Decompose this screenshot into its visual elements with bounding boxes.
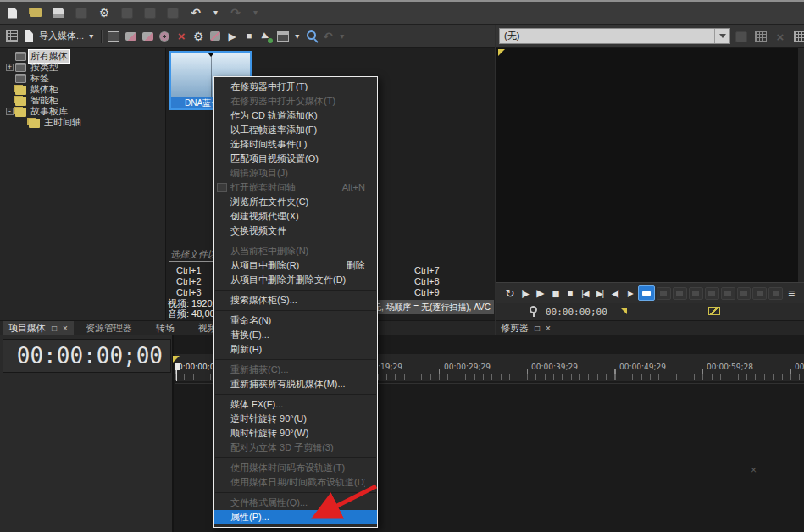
- master-timecode-display[interactable]: 00:00:00;00: [3, 339, 171, 373]
- undo-caret-icon[interactable]: [211, 4, 220, 21]
- play-from-start-icon[interactable]: [518, 285, 533, 301]
- next-frame-icon[interactable]: [623, 285, 638, 301]
- new-project-icon[interactable]: [5, 4, 20, 21]
- tree-item-smart-bins[interactable]: 智能柜: [0, 95, 165, 106]
- menu-pair-stereo-3d-subclip: 配对为立体 3D 子剪辑(3): [214, 441, 377, 455]
- open-project-icon[interactable]: [28, 4, 43, 21]
- restore-window-icon[interactable]: □: [52, 324, 57, 333]
- menu-open-nested-timeline: 打开嵌套时间轴Alt+N: [214, 180, 377, 195]
- nested-timeline-icon: [217, 183, 227, 192]
- close-icon[interactable]: ×: [546, 324, 551, 333]
- playhead-head[interactable]: [175, 363, 180, 370]
- menu-separator: [215, 492, 376, 493]
- menu-remove-from-project[interactable]: 从项目中删除(R)删除: [214, 258, 377, 273]
- menu-remove-from-project-and-delete-label: 从项目中删除并删除文件(D): [230, 273, 365, 287]
- restore-window-icon[interactable]: □: [535, 324, 540, 333]
- import-media-icon[interactable]: [21, 28, 36, 45]
- get-photo-icon[interactable]: [140, 28, 155, 45]
- undo-icon[interactable]: [188, 4, 203, 21]
- media-manager-icon[interactable]: [4, 28, 19, 45]
- trimmer-cursor-marker-icon[interactable]: [620, 308, 627, 314]
- tab-transitions[interactable]: 转场: [144, 321, 186, 335]
- search-media-icon[interactable]: [303, 28, 319, 45]
- tree-expander-icon[interactable]: -: [6, 108, 14, 115]
- tab-explorer[interactable]: 资源管理器: [74, 321, 144, 335]
- stop-preview-icon[interactable]: [241, 28, 257, 45]
- menu-properties[interactable]: 属性(P)...: [214, 510, 377, 524]
- paste-icon: [165, 4, 180, 21]
- menu-search-media-bins[interactable]: 搜索媒体柜(S)...: [214, 293, 377, 308]
- views-icon[interactable]: [275, 28, 291, 45]
- menu-create-video-proxy[interactable]: 创建视频代理(X): [214, 209, 377, 224]
- menu-refresh[interactable]: 刷新(H): [214, 342, 377, 357]
- menu-recapture-all-offline[interactable]: 重新捕获所有脱机媒体(M)...: [214, 377, 377, 391]
- trimmer-transport-bar: [496, 282, 804, 303]
- remove-media-icon[interactable]: [174, 28, 189, 45]
- menu-swap-video-file[interactable]: 交换视频文件: [214, 224, 377, 238]
- pause-icon[interactable]: [547, 285, 563, 301]
- start-preview-icon[interactable]: [225, 28, 240, 45]
- menu-edit-source-project: 编辑源项目(J): [214, 166, 377, 180]
- playhead-marker-icon[interactable]: [173, 356, 180, 363]
- menu-remove-from-current-bin: 从当前柜中删除(N): [214, 244, 377, 258]
- hover-scrub-toggle-icon[interactable]: [638, 285, 655, 301]
- menu-select-timeline-events[interactable]: 选择时间线事件(L): [214, 137, 377, 152]
- menu-rename[interactable]: 重命名(N): [214, 313, 377, 328]
- menu-remove-from-project-shortcut: 删除: [347, 258, 365, 273]
- redo-caret-icon: [251, 4, 260, 21]
- menu-rotate-90-cw-label: 顺时针旋转 90°(W): [230, 426, 365, 441]
- menu-media-fx-label: 媒体 FX(F)...: [230, 397, 365, 412]
- views-caret-icon[interactable]: [292, 28, 302, 45]
- go-to-end-icon[interactable]: [592, 285, 607, 301]
- stop-icon[interactable]: [563, 285, 578, 301]
- trimmer-timecode[interactable]: 00:00:00;00: [546, 307, 607, 318]
- chevron-down-icon[interactable]: [714, 29, 729, 43]
- save-project-icon[interactable]: [51, 4, 66, 21]
- menu-rotate-90-ccw[interactable]: 逆时针旋转 90°(U): [214, 412, 377, 426]
- tree-item-tags[interactable]: 标签: [0, 73, 165, 84]
- menu-match-project-video-settings[interactable]: 匹配项目视频设置(O): [214, 152, 377, 166]
- previous-frame-icon[interactable]: [607, 285, 623, 301]
- right-dock-tabs: 修剪器 □ ×: [496, 320, 804, 335]
- import-media-caret-icon[interactable]: [86, 28, 96, 45]
- tree-item-media-bins[interactable]: 媒体柜: [0, 84, 165, 95]
- media-properties-icon[interactable]: [191, 28, 206, 45]
- play-icon[interactable]: [532, 285, 547, 301]
- preview-frame-icon[interactable]: [106, 28, 121, 45]
- hover-scrub-icon[interactable]: [258, 28, 274, 45]
- media-fx-icon[interactable]: [208, 28, 223, 45]
- copy-snapshot-icon[interactable]: [792, 28, 804, 45]
- menu-rotate-90-cw[interactable]: 顺时针旋转 90°(W): [214, 426, 377, 441]
- preview-fx-dropdown[interactable]: (无): [499, 28, 730, 44]
- extract-audio-icon[interactable]: [157, 28, 172, 45]
- menu-add-at-project-frame-rate[interactable]: 以工程帧速率添加(F): [214, 123, 377, 137]
- tree-item-all-media[interactable]: 所有媒体: [0, 51, 165, 62]
- tree-item-by-type[interactable]: +按类型: [0, 62, 165, 73]
- rating-shortcuts-right: Ctrl+7Ctrl+8Ctrl+9: [414, 265, 440, 298]
- tree-item-main-timeline[interactable]: 主时间轴: [0, 117, 165, 128]
- menu-open-in-trimmer[interactable]: 在修剪器中打开(T): [214, 80, 377, 94]
- project-media-toolbar: 导入媒体...: [0, 25, 495, 48]
- menu-remove-from-project-and-delete[interactable]: 从项目中删除并删除文件(D): [214, 273, 377, 287]
- loop-playback-icon[interactable]: [502, 285, 518, 301]
- project-properties-icon[interactable]: [97, 4, 112, 21]
- capture-video-icon[interactable]: [123, 28, 138, 45]
- menu-swap-video-file-label: 交换视频文件: [230, 224, 365, 238]
- pin-icon[interactable]: [530, 306, 537, 317]
- toolbar-separator: [101, 30, 103, 43]
- tree-expander-icon[interactable]: +: [6, 64, 14, 71]
- menu-open-containing-folder[interactable]: 浏览所在文件夹(C): [214, 195, 377, 209]
- tab-trimmer[interactable]: 修剪器: [501, 322, 529, 335]
- menu-media-fx[interactable]: 媒体 FX(F)...: [214, 397, 377, 412]
- menu-open-parent-in-trimmer-label: 在修剪器中打开父媒体(T): [230, 94, 365, 108]
- import-media-button[interactable]: 导入媒体...: [39, 30, 84, 42]
- media-info-audio: 音频: 48,00: [168, 308, 215, 320]
- trimmer-menu-icon[interactable]: [784, 285, 799, 301]
- tab-project-media[interactable]: 项目媒体□×: [3, 321, 74, 335]
- close-icon[interactable]: ×: [63, 324, 68, 333]
- go-to-start-icon[interactable]: [578, 285, 593, 301]
- preview-scrollbar[interactable]: [798, 48, 804, 282]
- tab-explorer-label: 资源管理器: [86, 322, 132, 335]
- menu-replace[interactable]: 替换(E)...: [214, 328, 377, 342]
- menu-add-as-cd-track[interactable]: 作为 CD 轨道添加(K): [214, 108, 377, 123]
